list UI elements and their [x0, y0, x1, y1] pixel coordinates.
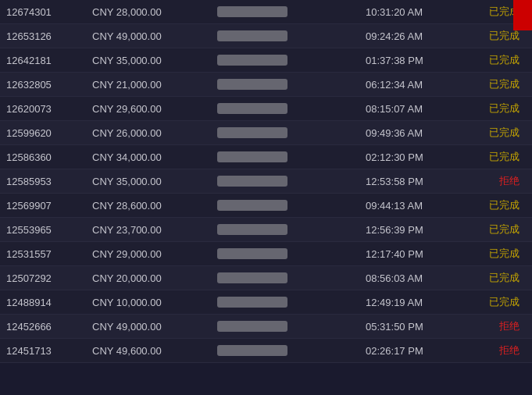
masked-bar [217, 151, 287, 162]
transaction-id: 12452666 [6, 321, 92, 333]
masked-bar [217, 272, 287, 283]
transaction-id: 12585953 [6, 176, 92, 187]
transaction-time: 09:44:13 AM [366, 200, 467, 212]
table-row: 12451713 CNY 49,600.00 02:26:17 PM 拒绝 [0, 339, 532, 363]
transaction-time: 12:56:39 PM [366, 224, 467, 236]
transaction-status: 拒绝 [467, 319, 526, 333]
transaction-status: 已完成 [467, 150, 526, 164]
transaction-amount: CNY 34,000.00 [92, 151, 217, 163]
transaction-time: 06:12:34 AM [366, 79, 467, 91]
table-row: 12586360 CNY 34,000.00 02:12:30 PM 已完成 [0, 145, 532, 169]
masked-bar [217, 6, 287, 17]
transaction-amount: CNY 23,700.00 [92, 224, 217, 236]
transaction-id: 12451713 [6, 345, 92, 357]
transaction-amount: CNY 35,000.00 [92, 55, 217, 66]
transaction-status: 已完成 [467, 101, 526, 116]
transaction-time: 08:15:07 AM [366, 103, 467, 115]
transaction-status: 已完成 [467, 198, 526, 212]
table-row: 12452666 CNY 49,000.00 05:31:50 PM 拒绝 [0, 315, 532, 339]
table-row: 12653126 CNY 49,000.00 09:24:26 AM 已完成 [0, 24, 532, 48]
cre-badge [513, 0, 532, 30]
table-row: 12642181 CNY 35,000.00 01:37:38 PM 已完成 [0, 48, 532, 73]
table-row: 12531557 CNY 29,000.00 12:17:40 PM 已完成 [0, 242, 532, 266]
table-row: 12553965 CNY 23,700.00 12:56:39 PM 已完成 [0, 218, 532, 242]
transaction-id: 12531557 [6, 248, 92, 260]
masked-bar [217, 30, 287, 41]
masked-bar [217, 200, 287, 211]
transaction-id: 12553965 [6, 224, 92, 236]
transaction-id: 12642181 [6, 55, 92, 66]
transaction-status: 已完成 [467, 271, 526, 285]
transaction-amount: CNY 49,000.00 [92, 30, 217, 42]
transaction-time: 12:17:40 PM [366, 248, 467, 260]
masked-bar [217, 55, 287, 66]
masked-info [217, 224, 366, 235]
transaction-id: 12674301 [6, 6, 92, 18]
transaction-amount: CNY 29,000.00 [92, 248, 217, 260]
transaction-amount: CNY 35,000.00 [92, 176, 217, 187]
masked-bar [217, 127, 287, 138]
transaction-status: 已完成 [467, 222, 526, 237]
masked-bar [217, 176, 287, 187]
table-row: 12620073 CNY 29,600.00 08:15:07 AM 已完成 [0, 97, 532, 121]
transaction-id: 12620073 [6, 103, 92, 115]
masked-info [217, 297, 366, 308]
transaction-status: 已完成 [467, 126, 526, 140]
table-row: 12632805 CNY 21,000.00 06:12:34 AM 已完成 [0, 73, 532, 97]
transaction-time: 09:24:26 AM [366, 30, 467, 42]
transaction-amount: CNY 20,000.00 [92, 272, 217, 284]
masked-info [217, 6, 366, 17]
transaction-id: 12488914 [6, 297, 92, 308]
masked-info [217, 103, 366, 114]
transaction-amount: CNY 10,000.00 [92, 297, 217, 308]
masked-info [217, 127, 366, 138]
transaction-amount: CNY 49,000.00 [92, 321, 217, 333]
transaction-amount: CNY 26,000.00 [92, 127, 217, 139]
masked-bar [217, 248, 287, 259]
masked-info [217, 200, 366, 211]
table-row: 12507292 CNY 20,000.00 08:56:03 AM 已完成 [0, 266, 532, 290]
transaction-status: 已完成 [467, 77, 526, 91]
transaction-time: 01:37:38 PM [366, 55, 467, 66]
transaction-status: 已完成 [467, 247, 526, 261]
masked-info [217, 30, 366, 41]
masked-bar [217, 103, 287, 114]
transaction-time: 12:49:19 AM [366, 297, 467, 308]
masked-bar [217, 321, 287, 332]
transaction-time: 02:26:17 PM [366, 345, 467, 357]
table-row: 12569907 CNY 28,600.00 09:44:13 AM 已完成 [0, 194, 532, 218]
transaction-amount: CNY 28,000.00 [92, 6, 217, 18]
transaction-time: 10:31:20 AM [366, 6, 467, 18]
masked-bar [217, 345, 287, 356]
transaction-status: 已完成 [467, 295, 526, 309]
transaction-id: 12599620 [6, 127, 92, 139]
transaction-id: 12653126 [6, 30, 92, 42]
table-row: 12599620 CNY 26,000.00 09:49:36 AM 已完成 [0, 121, 532, 145]
table-row: 12674301 CNY 28,000.00 10:31:20 AM 已完成 [0, 0, 532, 24]
masked-bar [217, 224, 287, 235]
masked-info [217, 55, 366, 66]
masked-info [217, 321, 366, 332]
transaction-status: 拒绝 [467, 343, 526, 358]
transaction-time: 09:49:36 AM [366, 127, 467, 139]
masked-info [217, 151, 366, 162]
transaction-amount: CNY 28,600.00 [92, 200, 217, 212]
masked-info [217, 176, 366, 187]
transaction-amount: CNY 29,600.00 [92, 103, 217, 115]
transaction-time: 05:31:50 PM [366, 321, 467, 333]
transaction-time: 08:56:03 AM [366, 272, 467, 284]
transaction-status: 拒绝 [467, 174, 526, 188]
table-row: 12585953 CNY 35,000.00 12:53:58 PM 拒绝 [0, 169, 532, 194]
transaction-id: 12569907 [6, 200, 92, 212]
transaction-status: 已完成 [467, 53, 526, 67]
masked-info [217, 248, 366, 259]
transaction-time: 12:53:58 PM [366, 176, 467, 187]
transaction-time: 02:12:30 PM [366, 151, 467, 163]
masked-bar [217, 297, 287, 308]
masked-info [217, 345, 366, 356]
transaction-amount: CNY 49,600.00 [92, 345, 217, 357]
transaction-id: 12507292 [6, 272, 92, 284]
transaction-id: 12632805 [6, 79, 92, 91]
transaction-id: 12586360 [6, 151, 92, 163]
masked-info [217, 79, 366, 90]
